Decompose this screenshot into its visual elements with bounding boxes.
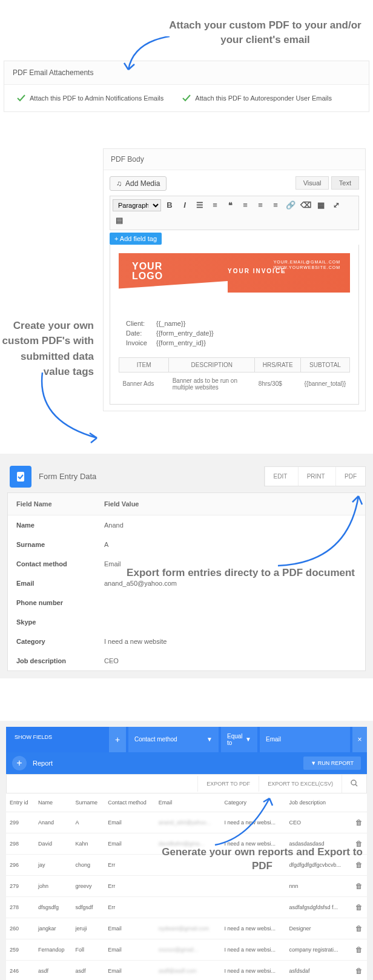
cell: Foll <box>72 939 105 960</box>
annotation-export: Export form entries directy to a PDF doc… <box>127 566 355 580</box>
cell <box>155 875 221 896</box>
tab-text[interactable]: Text <box>331 176 359 190</box>
cell: 260 <box>6 918 35 939</box>
checkbox-label: Attach this PDF to Admin Notifications E… <box>30 94 163 102</box>
cell: asdf <box>72 960 105 980</box>
cell: Err <box>104 875 155 896</box>
filter-value-input[interactable]: Email <box>260 727 350 752</box>
fullscreen-button[interactable]: ⤢ <box>329 199 343 212</box>
export-pdf-button[interactable]: EXPORT TO PDF <box>197 776 259 792</box>
run-report-button[interactable]: ▼ RUN REPORT <box>303 757 361 770</box>
align-left-button[interactable]: ≡ <box>239 199 252 212</box>
editor-canvas[interactable]: YOUR LOGO YOUR INVOICE YOUR.EMAIL@GMAIL.… <box>110 245 359 405</box>
field-value: Email <box>96 554 130 574</box>
delete-button[interactable]: 🗑 <box>351 896 367 918</box>
report-label: Report <box>33 760 53 767</box>
col-header[interactable]: Name <box>35 793 71 812</box>
delete-button[interactable]: 🗑 <box>351 960 367 980</box>
field-value: CEO <box>96 651 127 670</box>
svg-point-1 <box>351 780 356 785</box>
cell: A <box>72 812 105 833</box>
clipboard-icon <box>10 466 31 488</box>
check-icon <box>16 93 26 103</box>
col-header[interactable]: Job description <box>285 793 351 812</box>
format-select[interactable]: Paragraph <box>113 199 161 211</box>
col-header[interactable] <box>351 793 367 812</box>
italic-button[interactable]: I <box>178 199 191 212</box>
cell: 259 <box>6 939 35 960</box>
checkbox-label: Attach this PDF to Autoresponder User Em… <box>195 94 332 102</box>
col-header[interactable]: Contact method <box>104 793 155 812</box>
cell: dfsgsdfg <box>35 896 71 918</box>
arrow-icon <box>275 490 366 569</box>
align-right-button[interactable]: ≡ <box>269 199 282 212</box>
cell: nnn <box>285 875 351 896</box>
delete-button[interactable]: 🗑 <box>351 918 367 939</box>
field-name: Phone number <box>8 593 96 612</box>
pdf-button[interactable]: PDF <box>335 467 365 486</box>
checkbox-autoresponder[interactable]: Attach this PDF to Autoresponder User Em… <box>182 93 332 103</box>
col-header[interactable]: Email <box>155 793 221 812</box>
delete-button[interactable]: 🗑 <box>351 812 367 833</box>
cell: asdf <box>35 960 71 980</box>
tab-visual[interactable]: Visual <box>295 176 329 190</box>
bullet-list-button[interactable]: ☰ <box>193 199 206 212</box>
cell: jeruji <box>72 918 105 939</box>
cell: xxxxxx@gmail... <box>155 939 221 960</box>
filter-field-select[interactable]: Contact method▼ <box>128 727 219 752</box>
cell <box>221 875 286 896</box>
cell: 296 <box>6 854 35 875</box>
table-row: CategoryI need a new website <box>8 632 365 651</box>
delete-button[interactable]: 🗑 <box>351 939 367 960</box>
delete-button[interactable]: 🗑 <box>351 875 367 896</box>
print-button[interactable]: PRINT <box>298 467 334 486</box>
section-title: Form Entry Data <box>39 472 96 481</box>
remove-filter-button[interactable]: × <box>352 727 367 752</box>
cell: chong <box>72 854 105 875</box>
add-field-tag-button[interactable]: + Add field tag <box>110 233 162 245</box>
cell: David <box>35 833 71 854</box>
add-field-button[interactable]: + <box>109 727 126 752</box>
numbered-list-button[interactable]: ≡ <box>208 199 222 212</box>
cell: nydwani@gmail.com <box>155 918 221 939</box>
search-button[interactable] <box>342 775 366 793</box>
check-icon <box>182 93 191 103</box>
link-button[interactable]: 🔗 <box>284 199 297 212</box>
quote-button[interactable]: ❝ <box>223 199 237 212</box>
pdf-body-panel: PDF Body ♫ Add Media Visual Text Paragra… <box>103 148 366 411</box>
unlink-button[interactable]: ⌫ <box>299 199 312 212</box>
export-excel-button[interactable]: EXPORT TO EXCEL(CSV) <box>259 776 342 792</box>
field-name: Email <box>8 574 96 593</box>
filter-row: SHOW FIELDS + Contact method▼ Equal to▼ … <box>6 727 367 752</box>
add-media-button[interactable]: ♫ Add Media <box>110 176 167 191</box>
logo-placeholder: YOUR LOGO <box>132 262 163 281</box>
filter-operator-select[interactable]: Equal to▼ <box>221 727 257 752</box>
add-report-button[interactable]: + <box>12 756 27 770</box>
table-row: Skype <box>8 612 365 632</box>
table-row: 299AnandAEmailanand_a50@yahoo...I need a… <box>6 812 367 833</box>
bold-button[interactable]: B <box>163 199 176 212</box>
checkbox-admin-notifications[interactable]: Attach this PDF to Admin Notifications E… <box>16 93 163 103</box>
trash-icon: 🗑 <box>355 924 363 933</box>
more-button[interactable]: ▦ <box>314 199 328 212</box>
trash-icon: 🗑 <box>355 818 363 827</box>
trash-icon: 🗑 <box>355 882 363 890</box>
field-value <box>96 612 113 632</box>
form-entry-section: Export form entries directy to a PDF doc… <box>0 454 373 678</box>
cell <box>221 896 286 918</box>
col-header[interactable]: Entry id <box>6 793 35 812</box>
cell: Email <box>104 812 155 833</box>
cell: 298 <box>6 833 35 854</box>
field-name: Contact method <box>8 554 96 574</box>
annotation-attach: Attach your custom PDF to your and/or yo… <box>157 18 373 47</box>
edit-button[interactable]: EDIT <box>265 467 296 486</box>
invoice-details: Client:{{_name}} Date:{{form_entry_date}… <box>126 320 343 346</box>
cell: greevy <box>72 875 105 896</box>
panel-title: PDF Email Attachements <box>4 61 369 85</box>
panel-title: PDF Body <box>104 149 365 170</box>
field-name: Surname <box>8 535 96 554</box>
table-row: 278dfsgsdfgsdfgsdfErrasdfafgsdgfdsfsd f.… <box>6 896 367 918</box>
toolbar-toggle-button[interactable]: ▤ <box>113 214 126 227</box>
align-center-button[interactable]: ≡ <box>254 199 267 212</box>
col-header[interactable]: Surname <box>72 793 105 812</box>
